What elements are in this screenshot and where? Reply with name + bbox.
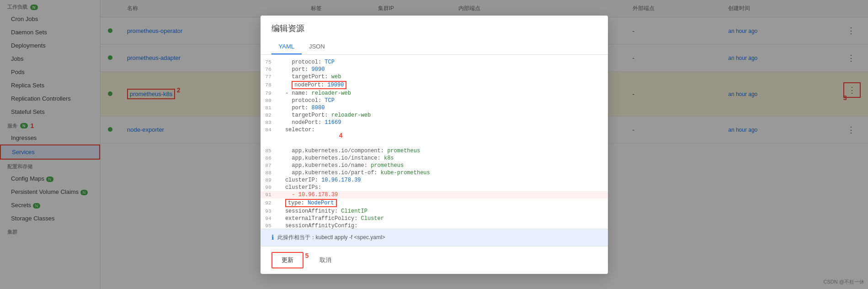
tab-json[interactable]: JSON — [302, 39, 332, 54]
edit-resource-modal: 编辑资源 YAML JSON 75 protocol: TCP 76 port:… — [261, 16, 608, 274]
modal-tabs: YAML JSON — [261, 39, 608, 55]
info-icon: ℹ — [272, 234, 274, 241]
tab-yaml[interactable]: YAML — [272, 39, 302, 54]
code-line-81: 81 port: 8080 — [261, 104, 608, 112]
update-button[interactable]: 更新 — [272, 252, 304, 268]
code-line-94: 94 externalTrafficPolicy: Cluster — [261, 215, 608, 222]
code-line-79: 79 - name: reloader-web — [261, 90, 608, 97]
code-line-93: 93 sessionAffinity: ClientIP — [261, 208, 608, 215]
code-line-87: 87 app.kubernetes.io/name: prometheus — [261, 162, 608, 169]
code-line-77: 77 targetPort: web — [261, 73, 608, 80]
code-line-90: 90 clusterIPs: — [261, 184, 608, 191]
code-line-83: 83 nodePort: 11669 — [261, 119, 608, 126]
code-line-76: 76 port: 9090 — [261, 66, 608, 73]
code-line-75: 75 protocol: TCP — [261, 59, 608, 66]
modal-info-bar: ℹ 此操作相当于：kubectl apply -f <spec.yaml> — [261, 229, 608, 246]
annotation-4: 4 — [339, 132, 343, 139]
code-line-82: 82 targetPort: reloader-web — [261, 112, 608, 119]
modal-info-text: 此操作相当于：kubectl apply -f <spec.yaml> — [277, 234, 385, 241]
annotation-5: 5 — [305, 252, 309, 259]
code-line-80: 80 protocol: TCP — [261, 97, 608, 104]
modal-title: 编辑资源 — [261, 16, 608, 34]
modal-body: 75 protocol: TCP 76 port: 9090 77 target… — [261, 55, 608, 229]
modal-footer: 更新 5 取消 — [261, 246, 608, 274]
code-line-95: 95 sessionAffinityConfig: — [261, 222, 608, 229]
cancel-button[interactable]: 取消 — [314, 253, 337, 268]
code-line-91: 91 - 10.96.178.39 — [261, 191, 608, 198]
code-line-86: 86 app.kubernetes.io/instance: k8s — [261, 155, 608, 162]
modal-overlay[interactable]: 编辑资源 YAML JSON 75 protocol: TCP 76 port:… — [0, 0, 868, 289]
code-line-84: 84 selector: 4 — [261, 126, 608, 147]
code-line-88: 88 app.kubernetes.io/part-of: kube-prome… — [261, 169, 608, 177]
code-line-92: 92 type: NodePort — [261, 198, 608, 208]
code-line-78: 78 nodePort: 19090 — [261, 80, 608, 90]
code-editor[interactable]: 75 protocol: TCP 76 port: 9090 77 target… — [261, 55, 608, 229]
code-line-89: 89 clusterIP: 10.96.178.39 — [261, 177, 608, 184]
code-line-85: 85 app.kubernetes.io/component: promethe… — [261, 147, 608, 155]
